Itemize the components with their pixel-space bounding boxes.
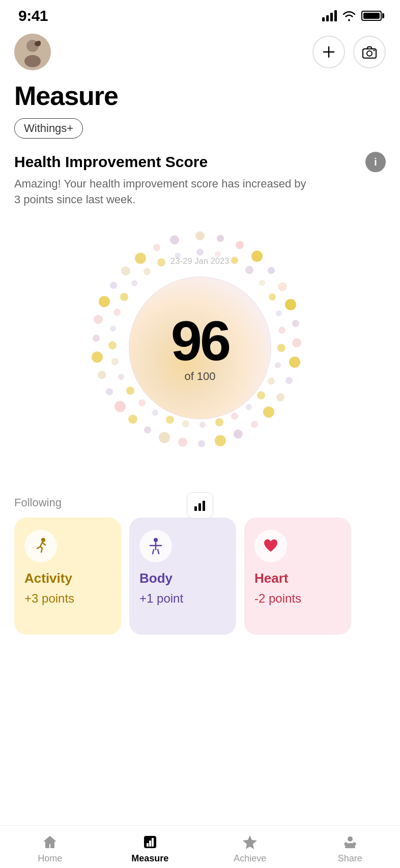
nav-achieve[interactable]: Achieve [227,833,273,864]
svg-rect-78 [147,843,149,847]
svg-point-61 [126,387,134,395]
body-icon-circle [139,530,172,562]
svg-point-82 [348,836,353,842]
svg-point-22 [234,429,243,439]
svg-point-20 [263,406,274,418]
activity-card-points: +3 points [24,591,111,606]
svg-point-39 [153,244,160,251]
svg-point-44 [245,266,253,274]
svg-point-67 [120,293,128,301]
svg-rect-73 [198,503,201,511]
status-time: 9:41 [18,7,48,24]
svg-point-25 [178,438,187,447]
svg-point-41 [196,249,204,256]
body-card-points: +1 point [139,591,226,606]
nav-home[interactable]: Home [27,833,73,864]
svg-point-33 [93,335,100,342]
measure-nav-icon [141,833,159,851]
withings-badge-wrapper: Withings+ [0,113,400,147]
body-icon [146,536,165,556]
chart-button[interactable] [187,492,213,519]
measure-nav-label: Measure [131,853,168,864]
svg-point-75 [41,538,45,542]
body-card[interactable]: Body +1 point [129,518,236,635]
score-number: 96 [171,313,229,369]
svg-point-8 [195,231,205,240]
svg-point-18 [285,377,293,384]
status-icons [322,10,382,21]
svg-point-49 [277,344,285,352]
svg-point-34 [94,315,103,324]
bottom-nav: Home Measure Achieve [0,825,400,868]
svg-point-19 [276,393,284,401]
svg-point-32 [92,351,103,363]
svg-point-63 [111,358,119,365]
svg-point-14 [285,299,296,310]
heart-card-points: -2 points [254,591,341,606]
his-section: Health Improvement Score i Amazing! Your… [0,147,400,208]
svg-point-64 [108,341,117,349]
svg-point-16 [292,338,301,347]
body-card-name: Body [139,571,226,586]
svg-point-12 [268,267,275,274]
activity-card-name: Activity [24,571,111,586]
svg-point-69 [144,268,151,275]
svg-point-60 [138,399,146,406]
withings-badge[interactable]: Withings+ [14,118,83,139]
nav-measure[interactable]: Measure [127,833,173,864]
add-button[interactable] [312,36,345,68]
svg-point-15 [292,320,299,327]
avatar[interactable] [14,34,51,70]
svg-point-65 [110,326,116,332]
signal-icon [322,10,337,21]
his-title: Health Improvement Score [14,153,208,171]
svg-point-50 [275,362,281,368]
share-nav-icon [341,833,359,851]
nav-share[interactable]: Share [327,833,373,864]
svg-point-54 [231,413,238,420]
svg-point-6 [367,51,372,56]
page-title: Measure [14,80,386,111]
svg-point-17 [289,357,300,368]
svg-point-48 [278,327,285,334]
header [0,29,400,75]
svg-rect-80 [152,838,154,847]
heart-card-name: Heart [254,571,341,586]
svg-point-84 [352,843,356,846]
svg-point-46 [269,293,276,301]
svg-point-10 [236,241,244,249]
svg-point-7 [374,50,375,51]
activity-icon-circle [24,530,57,562]
home-nav-label: Home [38,853,62,864]
svg-point-30 [106,388,113,395]
svg-point-2 [24,55,41,67]
svg-point-36 [110,282,117,289]
svg-point-9 [217,235,224,242]
svg-point-40 [170,235,179,245]
battery-icon [361,11,382,21]
score-content: 23-29 Jan 2023 96 of 100 [171,313,229,383]
svg-point-55 [215,418,223,426]
heart-icon [261,536,280,556]
svg-point-68 [131,280,137,286]
camera-button[interactable] [353,36,386,68]
svg-rect-74 [203,501,205,511]
svg-point-37 [121,266,130,276]
svg-point-51 [268,377,275,385]
svg-point-13 [278,282,287,291]
share-nav-label: Share [338,853,362,864]
his-description: Amazing! Your health improvement score h… [14,176,309,208]
svg-rect-72 [194,506,197,511]
heart-card[interactable]: Heart -2 points [244,518,351,635]
heart-icon-circle [254,530,287,562]
bottom-nav-wrapper: Home Measure Achieve [0,852,400,868]
svg-point-35 [99,296,110,307]
svg-point-4 [37,41,41,45]
activity-icon [31,536,50,556]
score-container: 23-29 Jan 2023 96 of 100 [0,213,400,483]
score-date: 23-29 Jan 2023 [149,257,251,266]
svg-point-53 [246,404,252,410]
info-icon[interactable]: i [365,152,386,172]
svg-point-66 [113,309,121,316]
activity-card[interactable]: Activity +3 points [14,518,121,635]
